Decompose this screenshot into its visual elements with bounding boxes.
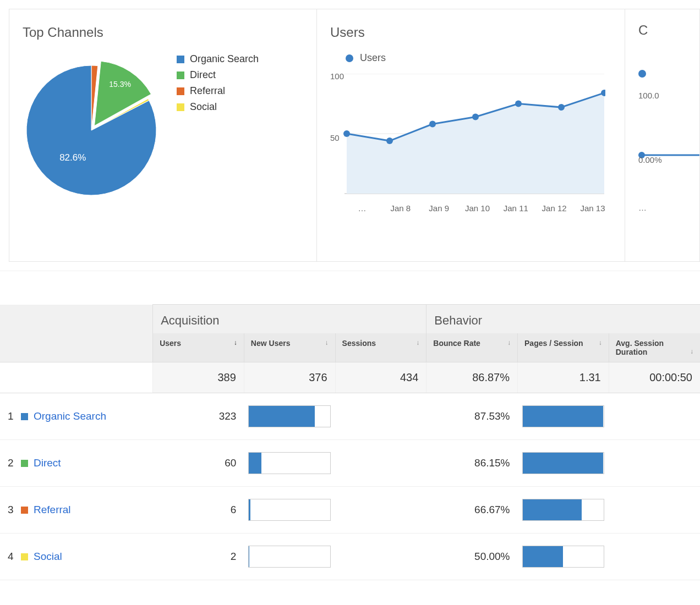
legend-label: Direct [190, 69, 216, 81]
summary-cards-row: Top Channels 15.3%82.6% Organic SearchDi… [0, 0, 700, 271]
channel-cell: 3Referral [0, 487, 153, 534]
cell-bounce: 87.53% [426, 393, 518, 440]
table-group-header-row: Acquisition Behavior [0, 305, 700, 334]
bar-track [248, 499, 331, 521]
bar-fill [249, 546, 249, 567]
legend-item[interactable]: Direct [177, 69, 259, 81]
series-dot-icon [346, 54, 353, 62]
bar-fill [523, 406, 604, 427]
channel-link[interactable]: Organic Search [34, 410, 106, 422]
total-asd: 00:00:50 [609, 362, 700, 393]
col-header-avg-session-duration[interactable]: Avg. Session Duration↓ [609, 333, 700, 362]
bar-track [522, 452, 605, 474]
col-header-new-users[interactable]: New Users↓ [244, 333, 335, 362]
bar-track [248, 546, 331, 568]
cell-new-users-bar [244, 534, 335, 580]
row-number: 3 [8, 504, 18, 516]
x-tick: Jan 9 [420, 204, 458, 213]
channel-link[interactable]: Referral [34, 504, 71, 515]
cell-bounce: 50.00% [426, 534, 518, 580]
top-channels-card: Top Channels 15.3%82.6% Organic SearchDi… [9, 9, 317, 262]
users-legend: Users [346, 52, 611, 64]
x-tick: Jan 12 [535, 204, 573, 213]
data-point[interactable] [472, 113, 479, 120]
area-fill [347, 93, 604, 194]
channels-table: Acquisition Behavior Users↓ New Users↓ S… [0, 304, 700, 580]
x-tick: … [343, 204, 381, 213]
table-row: 1Organic Search32387.53% [0, 393, 700, 440]
legend-item[interactable]: Referral [177, 85, 259, 97]
bar-track [522, 546, 605, 568]
channel-swatch-icon [21, 413, 28, 420]
x-tick: Jan 10 [458, 204, 496, 213]
bar-fill [523, 546, 563, 567]
x-axis-labels: …Jan 8Jan 9Jan 10Jan 11Jan 12Jan 13 [330, 204, 611, 213]
data-point[interactable] [558, 104, 565, 111]
series-label: Users [360, 52, 386, 64]
channel-link[interactable]: Direct [34, 457, 61, 469]
legend-item[interactable]: Organic Search [177, 53, 259, 65]
cell-new-users-bar [244, 393, 335, 440]
cell-asd [609, 487, 700, 534]
col-header-bounce[interactable]: Bounce Rate↓ [426, 333, 518, 362]
row-number: 4 [8, 551, 18, 563]
cell-bounce: 66.67% [426, 487, 518, 534]
cell-new-users-bar [244, 440, 335, 487]
top-channels-pie-chart: 15.3%82.6% [23, 53, 160, 196]
data-point[interactable] [515, 101, 522, 107]
blank-cell [0, 362, 153, 393]
data-point[interactable] [343, 130, 350, 137]
cell-sessions [335, 487, 426, 534]
channel-swatch-icon [21, 460, 28, 467]
table-row: 2Direct6086.15% [0, 440, 700, 487]
sort-arrow-icon: ↓ [690, 348, 693, 355]
pie-slice-label: 15.3% [109, 80, 131, 89]
sort-arrow-icon: ↓ [234, 339, 237, 346]
channel-cell: 2Direct [0, 440, 153, 487]
bar-track [522, 405, 605, 427]
cell-users: 2 [153, 534, 244, 580]
x-tick: Jan 8 [382, 204, 419, 213]
y-tick: 100 [330, 72, 344, 81]
cell-asd [609, 440, 700, 487]
cell-new-users-bar [244, 487, 335, 534]
col-header-sessions[interactable]: Sessions↓ [335, 333, 426, 362]
cell-asd [609, 534, 700, 580]
bar-track [248, 452, 331, 474]
x-tick: Jan 11 [497, 204, 534, 213]
table-column-header-row: Users↓ New Users↓ Sessions↓ Bounce Rate↓… [0, 333, 700, 362]
bar-fill [523, 453, 604, 474]
bar-track [522, 499, 605, 521]
data-point[interactable] [386, 138, 393, 144]
cell-pps-bar [518, 393, 609, 440]
data-point[interactable] [429, 121, 436, 128]
legend-label: Referral [190, 85, 225, 97]
cell-pps-bar [518, 534, 609, 580]
channel-swatch-icon [21, 507, 28, 514]
card-title: Top Channels [23, 25, 303, 40]
legend-swatch-icon [177, 72, 184, 79]
table-totals-row: 389 376 434 86.87% 1.31 00:00:50 [0, 362, 700, 393]
channel-link[interactable]: Social [34, 551, 62, 562]
bar-track [248, 405, 331, 427]
y-tick: 100.0 [638, 91, 686, 100]
total-new-users: 376 [244, 362, 335, 393]
users-line-chart: 100 50 [330, 74, 605, 200]
cell-sessions [335, 440, 426, 487]
legend-swatch-icon [177, 56, 184, 63]
users-card: Users Users 100 50 …Jan 8Jan 9Jan 10Jan … [317, 9, 625, 262]
channels-table-wrap: Acquisition Behavior Users↓ New Users↓ S… [0, 304, 700, 580]
cell-asd [609, 393, 700, 440]
bar-fill [249, 453, 261, 474]
legend-item[interactable]: Social [177, 101, 259, 113]
cell-pps-bar [518, 487, 609, 534]
col-header-users[interactable]: Users↓ [153, 333, 244, 362]
legend-swatch-icon [177, 87, 184, 95]
cell-sessions [335, 534, 426, 580]
cell-pps-bar [518, 440, 609, 487]
pie-slice-label: 82.6% [59, 152, 86, 163]
group-header-acquisition[interactable]: Acquisition [153, 305, 426, 334]
group-header-behavior[interactable]: Behavior [426, 305, 700, 334]
cutoff-line-svg [638, 100, 700, 161]
col-header-pages-session[interactable]: Pages / Session↓ [518, 333, 609, 362]
